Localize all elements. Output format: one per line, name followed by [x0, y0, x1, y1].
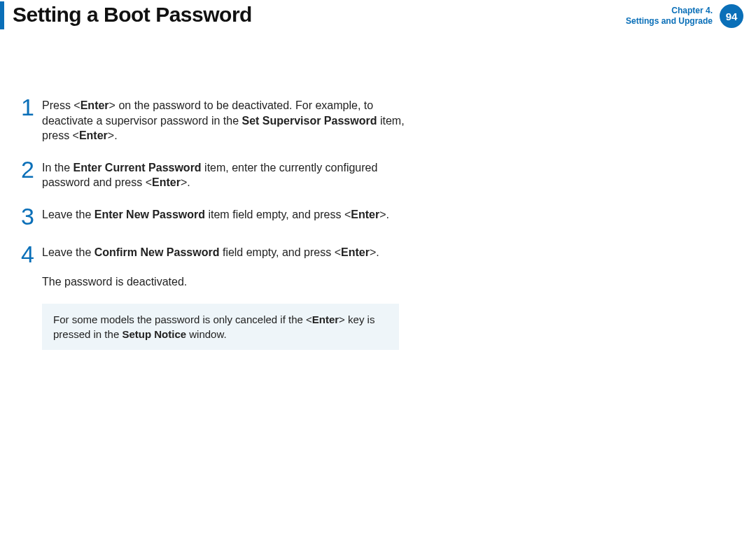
step-body: Press <Enter> on the password to be deac…: [42, 98, 406, 143]
content-column: 1 Press <Enter> on the password to be de…: [0, 98, 406, 350]
step-body: Leave the Enter New Password item ﬁeld e…: [42, 207, 406, 223]
step-3: 3 Leave the Enter New Password item ﬁeld…: [21, 207, 406, 228]
step-body: In the Enter Current Password item, ente…: [42, 160, 406, 190]
step-number: 4: [21, 242, 42, 266]
result-text: The password is deactivated.: [42, 274, 406, 290]
step-1: 1 Press <Enter> on the password to be de…: [21, 98, 406, 143]
chapter-text: Chapter 4. Settings and Upgrade: [626, 6, 713, 27]
step-number: 2: [21, 157, 42, 181]
step-number: 1: [21, 95, 42, 119]
step-2: 2 In the Enter Current Password item, en…: [21, 160, 406, 190]
step-number: 3: [21, 204, 42, 228]
chapter-line-1: Chapter 4.: [626, 6, 713, 16]
page-header: Setting a Boot Password Chapter 4. Setti…: [0, 0, 756, 35]
page-number-badge: 94: [720, 4, 743, 28]
note-box: For some models the password is only can…: [42, 304, 399, 350]
step-4: 4 Leave the Conﬁrm New Password ﬁeld emp…: [21, 245, 406, 266]
title-accent-bar: [0, 1, 4, 29]
step-body: Leave the Conﬁrm New Password ﬁeld empty…: [42, 245, 406, 260]
chapter-line-2: Settings and Upgrade: [626, 16, 713, 27]
chapter-block: Chapter 4. Settings and Upgrade 94: [626, 4, 743, 28]
